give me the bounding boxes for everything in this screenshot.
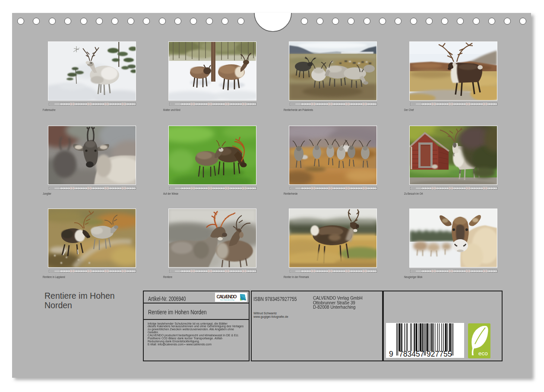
svg-text:927755: 927755	[427, 350, 452, 358]
svg-text:eco: eco	[478, 350, 488, 357]
svg-text:CALVENDO: CALVENDO	[217, 294, 237, 299]
svg-text:Dein Kalenderverlag: Dein Kalenderverlag	[220, 299, 234, 300]
svg-text:9: 9	[389, 350, 393, 358]
svg-text:783457: 783457	[399, 350, 424, 358]
